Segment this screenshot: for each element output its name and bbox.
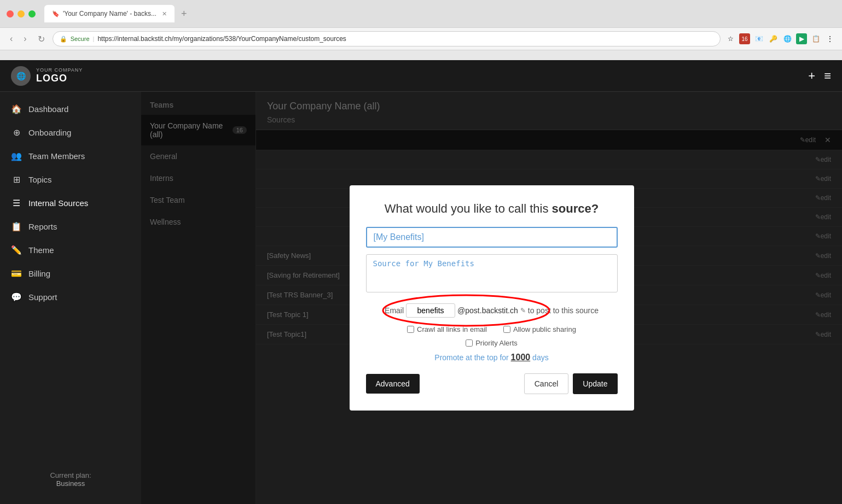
internal-sources-icon: ☰ <box>11 198 22 208</box>
main-layout: 🏠 Dashboard ⊕ Onboarding 👥 Team Members … <box>0 92 842 504</box>
tab-title: 'Your Company Name' - backs... <box>63 10 156 17</box>
public-sharing-label: Allow public sharing <box>513 325 576 333</box>
promote-text-prefix: Promote at the top for <box>434 353 510 362</box>
refresh-button[interactable]: ↻ <box>34 32 48 46</box>
promote-text-suffix: days <box>532 353 549 362</box>
sidebar-item-label: Topics <box>28 175 52 184</box>
sidebar-item-internal-sources[interactable]: ☰ Internal Sources <box>0 191 141 215</box>
ext-icon-4[interactable]: 🌐 <box>782 33 793 44</box>
sidebar-item-label: Team Members <box>28 151 85 161</box>
update-button[interactable]: Update <box>573 373 617 394</box>
hamburger-menu-button[interactable]: ≡ <box>824 69 831 83</box>
modal-overlay: What would you like to call this source?… <box>141 92 842 504</box>
modal-title-prefix: What would you like to call this <box>385 202 552 215</box>
secure-label: Secure <box>71 36 90 42</box>
traffic-lights <box>7 10 36 17</box>
ext-icon-1[interactable]: 16 <box>739 33 750 44</box>
header-actions: + ≡ <box>808 69 831 83</box>
public-sharing-checkbox[interactable]: Allow public sharing <box>503 325 576 333</box>
minimize-window-button[interactable] <box>18 10 25 17</box>
header-logo: 🌐 YOUR COMPANY LOGO <box>11 66 83 86</box>
sidebar-item-label: Billing <box>28 269 50 278</box>
priority-alerts-row: Priority Alerts <box>366 339 618 347</box>
address-bar[interactable]: 🔒 Secure | https://internal.backstit.ch/… <box>53 31 721 46</box>
support-icon: 💬 <box>11 292 22 302</box>
bookmark-icon[interactable]: ☆ <box>725 33 736 44</box>
priority-alerts-input[interactable] <box>466 339 473 347</box>
theme-icon: ✏️ <box>11 245 22 255</box>
sidebar-item-support[interactable]: 💬 Support <box>0 285 141 309</box>
modal-actions: Advanced Cancel Update <box>366 373 618 394</box>
crawl-links-input[interactable] <box>407 326 414 333</box>
sidebar-item-onboarding[interactable]: ⊕ Onboarding <box>0 121 141 144</box>
browser-tab[interactable]: 🔖 'Your Company Name' - backs... ✕ <box>44 5 175 22</box>
new-tab-button[interactable]: + <box>181 8 187 20</box>
email-label: Email <box>385 306 404 315</box>
logo-word: LOGO <box>36 73 83 84</box>
logo-circle-icon: 🌐 <box>11 66 31 86</box>
maximize-window-button[interactable] <box>28 10 36 17</box>
dashboard-icon: 🏠 <box>11 104 22 114</box>
current-plan-label: Current plan: <box>11 471 130 479</box>
onboarding-icon: ⊕ <box>11 127 22 138</box>
browser-chrome: 🔖 'Your Company Name' - backs... ✕ + ‹ ›… <box>0 0 842 60</box>
reports-icon: 📋 <box>11 221 22 232</box>
priority-alerts-checkbox[interactable]: Priority Alerts <box>466 339 518 347</box>
sidebar-item-team-members[interactable]: 👥 Team Members <box>0 144 141 168</box>
tab-close-icon[interactable]: ✕ <box>162 10 167 17</box>
back-button[interactable]: ‹ <box>7 32 16 46</box>
browser-toolbar: ‹ › ↻ 🔒 Secure | https://internal.backst… <box>0 27 842 50</box>
sidebar-item-label: Reports <box>28 222 57 231</box>
logo-text: YOUR COMPANY LOGO <box>36 67 83 84</box>
source-name-input[interactable] <box>366 227 618 248</box>
sidebar: 🏠 Dashboard ⊕ Onboarding 👥 Team Members … <box>0 92 141 504</box>
billing-icon: 💳 <box>11 268 22 279</box>
edit-email-icon[interactable]: ✎ <box>520 307 526 314</box>
team-members-icon: 👥 <box>11 151 22 161</box>
sidebar-item-dashboard[interactable]: 🏠 Dashboard <box>0 97 141 121</box>
email-section: Email @post.backstit.ch ✎ to post to thi… <box>366 303 618 318</box>
sidebar-item-label: Support <box>28 292 57 302</box>
add-button[interactable]: + <box>808 69 815 83</box>
priority-alerts-label: Priority Alerts <box>475 339 518 347</box>
app-header: 🌐 YOUR COMPANY LOGO + ≡ <box>0 60 842 92</box>
close-window-button[interactable] <box>7 10 14 17</box>
sidebar-item-label: Onboarding <box>28 128 71 137</box>
ext-icon-6[interactable]: 📋 <box>810 33 821 44</box>
tab-favicon-icon: 🔖 <box>52 10 60 17</box>
sidebar-item-billing[interactable]: 💳 Billing <box>0 262 141 285</box>
secure-icon: 🔒 <box>60 36 67 43</box>
cancel-button[interactable]: Cancel <box>524 373 569 394</box>
modal-btn-group: Cancel Update <box>524 373 618 394</box>
source-description-input[interactable]: Source for My Benefits <box>366 254 618 292</box>
browser-toolbar-icons: ☆ 16 📧 🔑 🌐 ▶ 📋 ⋮ <box>725 33 835 44</box>
modal-title: What would you like to call this source? <box>366 202 618 216</box>
crawl-links-checkbox[interactable]: Crawl all links in email <box>407 325 487 333</box>
advanced-button[interactable]: Advanced <box>366 374 420 394</box>
ext-icon-2[interactable]: 📧 <box>753 33 764 44</box>
email-row: Email @post.backstit.ch ✎ to post to thi… <box>366 303 618 318</box>
topics-icon: ⊞ <box>11 174 22 185</box>
sidebar-item-theme[interactable]: ✏️ Theme <box>0 238 141 262</box>
email-input[interactable] <box>406 303 455 318</box>
ext-icon-5[interactable]: ▶ <box>796 33 807 44</box>
app-container: 🌐 YOUR COMPANY LOGO + ≡ 🏠 Dashboard ⊕ On… <box>0 60 842 504</box>
promote-row: Promote at the top for 1000 days <box>366 353 618 362</box>
public-sharing-input[interactable] <box>503 326 510 333</box>
sidebar-item-label: Theme <box>28 245 54 255</box>
sidebar-item-topics[interactable]: ⊞ Topics <box>0 168 141 191</box>
promote-days-value: 1000 <box>511 353 531 362</box>
current-plan-value: Business <box>11 479 130 488</box>
sidebar-item-reports[interactable]: 📋 Reports <box>0 215 141 238</box>
sidebar-footer: Current plan: Business <box>0 460 141 499</box>
modal-title-bold: source? <box>552 202 599 215</box>
email-action-text: to post to this source <box>528 306 599 315</box>
company-name-label: YOUR COMPANY <box>36 67 83 73</box>
email-domain-text: @post.backstit.ch <box>457 306 518 315</box>
ext-icon-3[interactable]: 🔑 <box>768 33 779 44</box>
url-text: https://internal.backstit.ch/my/organiza… <box>97 35 346 43</box>
browser-titlebar: 🔖 'Your Company Name' - backs... ✕ + <box>0 0 842 27</box>
menu-icon[interactable]: ⋮ <box>824 33 835 44</box>
forward-button[interactable]: › <box>20 32 30 46</box>
sidebar-item-label: Internal Sources <box>28 198 88 208</box>
